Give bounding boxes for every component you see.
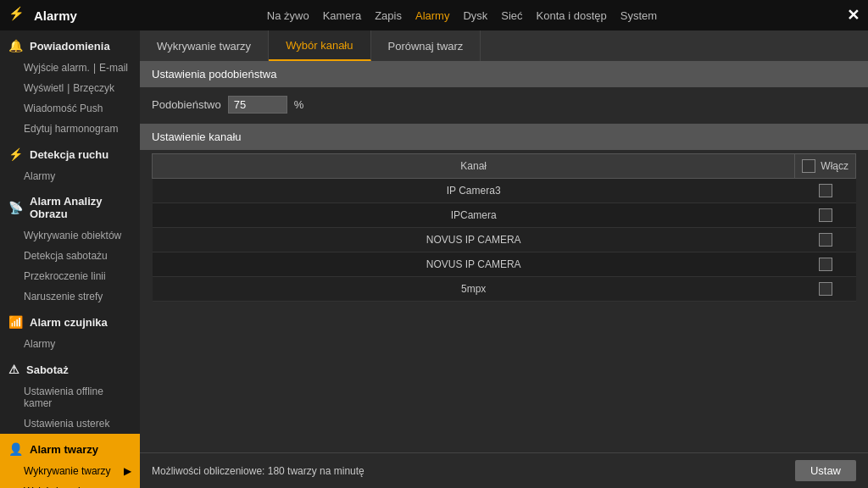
- twarzy-icon: 👤: [8, 442, 23, 456]
- nav-kamera[interactable]: Kamera: [323, 9, 362, 22]
- sidebar-label-sabotaz: Sabotaż: [26, 363, 69, 376]
- channel-table-wrapper: Kanał Włącz IP Camera3: [140, 153, 868, 452]
- sidebar-header-analizy[interactable]: 📡 Alarm Analizy Obrazu: [0, 186, 140, 225]
- sidebar-item-wykrywanie-obiektow[interactable]: Wykrywanie obiektów: [0, 225, 140, 246]
- sidebar-item-wyswietl[interactable]: Wyświetl | Brzęczyk: [0, 78, 140, 98]
- col-enable: Włącz: [795, 154, 856, 179]
- bottom-bar: Możliwości obliczeniowe: 180 twarzy na m…: [140, 452, 868, 488]
- sidebar-item-harmonogram[interactable]: Edytuj harmonogram: [0, 119, 140, 139]
- nav-konta[interactable]: Konta i dostęp: [537, 9, 607, 22]
- sidebar-section-powiadomienia: 🔔 Powiadomienia Wyjście alarm. | E-mail …: [0, 30, 140, 139]
- sidebar-item-wybor-kanalu[interactable]: Wybór kanału: [0, 481, 140, 488]
- table-row: IPCamera: [153, 203, 856, 228]
- tab-porownaj-twarz[interactable]: Porównaj twarz: [371, 30, 481, 61]
- select-all-checkbox[interactable]: [802, 159, 815, 173]
- layout: 🔔 Powiadomienia Wyjście alarm. | E-mail …: [0, 30, 868, 488]
- sidebar-item-wykrywanie-twarzy[interactable]: Wykrywanie twarzy ▶: [0, 461, 140, 481]
- sabotaz-icon: ⚠: [8, 363, 19, 376]
- channel-name: IPCamera: [153, 203, 795, 228]
- sidebar-label-powiadomienia: Powiadomienia: [30, 40, 110, 53]
- sidebar-header-czujnika[interactable]: 📶 Alarm czujnika: [0, 307, 140, 334]
- similarity-header: Ustawienia podobieństwa: [140, 61, 868, 87]
- nav-alarmy[interactable]: Alarmy: [415, 9, 449, 22]
- similarity-row: Podobieństwo %: [140, 87, 868, 122]
- sidebar-header-detekcja[interactable]: ⚡ Detekcja ruchu: [0, 139, 140, 166]
- sidebar-section-detekcja: ⚡ Detekcja ruchu Alarmy: [0, 139, 140, 186]
- table-row: NOVUS IP CAMERA: [153, 252, 856, 277]
- channel-checkbox-cell: [795, 203, 856, 228]
- sidebar-item-usterek[interactable]: Ustawienia usterek: [0, 413, 140, 434]
- channel-name: IP Camera3: [153, 179, 795, 203]
- sidebar-label-czujnika: Alarm czujnika: [30, 316, 108, 329]
- tabs: Wykrywanie twarzy Wybór kanału Porównaj …: [140, 30, 868, 61]
- nav-siec[interactable]: Sieć: [501, 9, 522, 22]
- nav-dysk[interactable]: Dysk: [463, 9, 487, 22]
- channel-name: NOVUS IP CAMERA: [153, 228, 795, 252]
- channel-checkbox-cell: [795, 277, 856, 302]
- analizy-icon: 📡: [8, 201, 23, 214]
- sidebar-item-wyjscie[interactable]: Wyjście alarm. | E-mail: [0, 58, 140, 78]
- similarity-label: Podobieństwo: [152, 98, 221, 111]
- similarity-input[interactable]: [228, 96, 287, 114]
- channel-name: 5mpx: [153, 277, 795, 302]
- sidebar-section-analizy: 📡 Alarm Analizy Obrazu Wykrywanie obiekt…: [0, 186, 140, 307]
- sidebar-item-wiadomosc[interactable]: Wiadomość Push: [0, 98, 140, 119]
- channel-header: Ustawienie kanału: [140, 124, 868, 150]
- channel-checkbox-cell: [795, 252, 856, 277]
- topbar-nav: Na żywo Kamera Zapis Alarmy Dysk Sieć Ko…: [267, 9, 657, 22]
- channel-checkbox-1[interactable]: [819, 208, 832, 222]
- sidebar-item-naruszenie[interactable]: Naruszenie strefy: [0, 286, 140, 307]
- nav-system[interactable]: System: [620, 9, 657, 22]
- topbar-title: Alarmy: [34, 8, 77, 23]
- topbar: ⚡ Alarmy Na żywo Kamera Zapis Alarmy Dys…: [0, 0, 868, 30]
- arrow-right-icon: ▶: [124, 465, 131, 477]
- sidebar-item-offline-kamer[interactable]: Ustawienia offline kamer: [0, 381, 140, 413]
- topbar-brand: ⚡ Alarmy: [8, 6, 77, 25]
- content-area: Ustawienia podobieństwa Podobieństwo % U…: [140, 61, 868, 488]
- close-button[interactable]: ✕: [847, 6, 860, 25]
- channel-table: Kanał Włącz IP Camera3: [152, 153, 856, 302]
- info-text: Możliwości obliczeniowe: 180 twarzy na m…: [152, 465, 364, 477]
- sidebar-section-twarzy: 👤 Alarm twarzy Wykrywanie twarzy ▶ Wybór…: [0, 434, 140, 488]
- powiadomienia-icon: 🔔: [8, 39, 23, 53]
- sidebar-header-powiadomienia[interactable]: 🔔 Powiadomienia: [0, 30, 140, 58]
- tab-wykrywanie-twarzy[interactable]: Wykrywanie twarzy: [140, 30, 269, 61]
- main-content: Wykrywanie twarzy Wybór kanału Porównaj …: [140, 30, 868, 488]
- sidebar-item-alarmy-czujnik[interactable]: Alarmy: [0, 334, 140, 354]
- sidebar-label-detekcja: Detekcja ruchu: [30, 148, 108, 161]
- channel-checkbox-cell: [795, 179, 856, 203]
- sidebar-section-czujnika: 📶 Alarm czujnika Alarmy: [0, 307, 140, 354]
- channel-name: NOVUS IP CAMERA: [153, 252, 795, 277]
- nav-zapis[interactable]: Zapis: [375, 9, 402, 22]
- ustaw-button[interactable]: Ustaw: [795, 460, 856, 481]
- sidebar-header-twarzy[interactable]: 👤 Alarm twarzy: [0, 434, 140, 461]
- sidebar-header-sabotaz[interactable]: ⚠ Sabotaż: [0, 354, 140, 381]
- channel-checkbox-4[interactable]: [819, 282, 832, 296]
- channel-checkbox-2[interactable]: [819, 233, 832, 247]
- sidebar-label-analizy: Alarm Analizy Obrazu: [30, 195, 131, 220]
- detekcja-icon: ⚡: [8, 147, 23, 161]
- channel-checkbox-cell: [795, 228, 856, 252]
- channel-checkbox-3[interactable]: [819, 258, 832, 271]
- alarm-icon: ⚡: [8, 6, 27, 25]
- col-channel: Kanał: [153, 154, 795, 179]
- table-row: 5mpx: [153, 277, 856, 302]
- sidebar: 🔔 Powiadomienia Wyjście alarm. | E-mail …: [0, 30, 140, 488]
- sidebar-label-twarzy: Alarm twarzy: [30, 443, 98, 456]
- sidebar-item-przekroczenie[interactable]: Przekroczenie linii: [0, 266, 140, 286]
- sidebar-item-detekcja-sabotazu[interactable]: Detekcja sabotażu: [0, 246, 140, 266]
- sidebar-item-alarmy-detekcja[interactable]: Alarmy: [0, 166, 140, 186]
- nav-na-zywo[interactable]: Na żywo: [267, 9, 309, 22]
- tab-wybor-kanalu[interactable]: Wybór kanału: [269, 30, 370, 61]
- table-row: NOVUS IP CAMERA: [153, 228, 856, 252]
- percent-label: %: [294, 98, 304, 111]
- channel-checkbox-0[interactable]: [819, 184, 832, 197]
- czujnika-icon: 📶: [8, 315, 23, 329]
- table-row: IP Camera3: [153, 179, 856, 203]
- sidebar-section-sabotaz: ⚠ Sabotaż Ustawienia offline kamer Ustaw…: [0, 354, 140, 434]
